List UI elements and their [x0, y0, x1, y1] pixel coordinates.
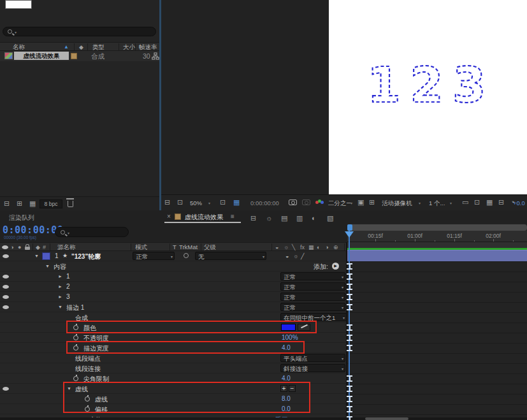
visibility-eye-icon[interactable] [3, 275, 9, 279]
timeline-row-2[interactable]: ►1正常▾ [0, 272, 347, 282]
adjustment-layer-icon[interactable]: ◑ [325, 244, 328, 250]
horizontal-scrollbar[interactable] [365, 417, 408, 420]
collapse-icon[interactable]: ☼ [284, 244, 289, 250]
grid-icon[interactable]: ▦ [486, 198, 493, 206]
stopwatch-icon[interactable] [73, 335, 78, 340]
playhead-marker[interactable] [345, 231, 354, 238]
value-dropdown[interactable]: 正常▾ [280, 303, 345, 311]
timeline-row-4[interactable]: ►3正常▾ [0, 292, 347, 302]
work-area-bar[interactable] [347, 224, 527, 231]
timeline-search-input[interactable]: ▾ [55, 227, 129, 237]
twirl-icon[interactable]: ▼ [58, 305, 62, 309]
timeline-row-10[interactable]: 线段端点平头端点▾ [0, 353, 347, 363]
project-item-row[interactable]: 虚线流动效果 合成 30 [0, 51, 159, 61]
trash-icon[interactable] [68, 201, 73, 207]
property-value[interactable]: 100% [282, 334, 298, 341]
interpret-footage-icon[interactable]: ⊟ [4, 199, 10, 208]
current-time-display[interactable]: 0:00:00:00 [3, 224, 63, 236]
zoom-level-dropdown[interactable]: 50% [190, 199, 202, 206]
project-search-input[interactable]: ▾ [3, 27, 156, 36]
new-folder-icon[interactable]: ⊞ [17, 199, 22, 208]
visibility-eye-icon[interactable] [3, 285, 9, 289]
new-composition-icon[interactable]: ▦ [29, 199, 36, 208]
visibility-eye-icon[interactable] [3, 254, 9, 258]
property-value[interactable]: 4.0 [282, 375, 291, 382]
fast-preview-icon[interactable]: ▣ [357, 198, 364, 206]
frame-blend-icon[interactable]: ▦ [308, 244, 314, 250]
audio-column-icon[interactable]: ◑ [10, 244, 13, 250]
shy-switch-icon[interactable]: ◒ [285, 253, 289, 259]
magnification-icon[interactable]: ⊡ [177, 198, 183, 206]
blend-mode-dropdown[interactable]: 正常▾ [133, 252, 175, 260]
lock-column-icon[interactable] [25, 247, 30, 250]
region-of-interest-icon[interactable]: ⊡ [220, 198, 226, 206]
frame-blend-icon[interactable]: ▥ [296, 214, 303, 222]
value-dropdown[interactable]: 正常▾ [280, 272, 345, 280]
comp-canvas[interactable]: 123 [329, 0, 527, 194]
column-trkmat[interactable]: TrkMat [179, 243, 198, 250]
bit-depth-button[interactable]: 8 bpc [40, 199, 62, 208]
quality-switch-icon[interactable]: ☼ [293, 253, 298, 259]
solo-column-icon[interactable]: ● [18, 244, 21, 250]
transparency-grid-icon[interactable]: ▦ [233, 198, 240, 206]
twirl-icon[interactable]: ► [58, 274, 62, 279]
fx-icon[interactable]: fx [300, 244, 305, 250]
layer-row[interactable]: ▼ 1 ★ "123"轮廓 正常▾ 无▾ ◒ ☼ ╱ [0, 251, 347, 261]
timeline-row-5[interactable]: ▼描边 1正常▾ [0, 302, 347, 312]
value-dropdown[interactable]: 正常▾ [280, 282, 345, 291]
resolution-dropdown[interactable]: 二分之一 [328, 199, 352, 208]
camera-view-dropdown[interactable]: 活动摄像机 [382, 199, 412, 208]
visibility-eye-icon[interactable] [3, 387, 9, 391]
twirl-icon[interactable]: ▼ [45, 264, 50, 268]
number-column-icon[interactable]: # [43, 244, 46, 250]
comp-mini-flowchart-icon[interactable]: ⊟ [250, 214, 256, 222]
always-preview-icon[interactable]: ⊟ [164, 198, 170, 206]
graph-editor-icon[interactable]: ▧ [327, 214, 333, 222]
exposure-value[interactable]: +0.0 [513, 199, 525, 206]
close-icon[interactable]: × [167, 213, 171, 220]
work-area-start-handle[interactable] [347, 224, 352, 231]
time-ruler[interactable]: 00:15f01:00f01:15f02:00f [347, 231, 527, 242]
value-dropdown[interactable]: 正常▾ [280, 293, 345, 301]
twirl-icon[interactable]: ► [58, 294, 62, 299]
sort-ascending-icon[interactable]: ▲ [64, 44, 69, 50]
label-column-icon[interactable]: ◆ [36, 244, 40, 250]
add-button-icon[interactable]: ▶ [332, 263, 339, 270]
parent-pickwhip-icon[interactable] [184, 253, 189, 258]
show-snapshot-icon[interactable] [302, 199, 310, 205]
shy-icon[interactable]: ◒ [275, 244, 278, 250]
visibility-eye-icon[interactable] [3, 295, 9, 299]
tab-composition[interactable]: 虚线流动效果 [185, 213, 223, 222]
timeline-row-11[interactable]: 线段连接斜接连接▾ [0, 363, 347, 373]
shy-layers-icon[interactable]: ▤ [281, 214, 287, 222]
timeline-row-1[interactable]: ▼内容添加:▶ [0, 261, 347, 272]
quality-icon[interactable]: ╲ [292, 244, 295, 250]
draft-3d-icon[interactable]: ☼ [266, 214, 272, 222]
twirl-icon[interactable]: ▼ [34, 254, 39, 258]
channel-blue-icon[interactable] [321, 201, 324, 204]
layer-duration-bar[interactable] [347, 250, 527, 261]
value-dropdown[interactable]: 斜接连接▾ [280, 364, 345, 372]
eye-column-icon[interactable] [2, 245, 8, 249]
visibility-eye-icon[interactable] [3, 305, 9, 309]
snapshot-camera-icon[interactable] [289, 199, 297, 205]
timeline-row-3[interactable]: ►2正常▾ [0, 282, 347, 292]
flowchart-icon[interactable]: ⊟ [498, 198, 504, 206]
label-color-swatch[interactable] [71, 53, 77, 59]
stopwatch-icon[interactable] [73, 376, 78, 381]
parent-dropdown[interactable]: 无▾ [195, 252, 266, 260]
mask-visibility-icon[interactable]: ⊡ [474, 198, 480, 206]
label-column-icon[interactable]: ◆ [79, 44, 83, 50]
title-action-safe-icon[interactable]: ▭ [462, 198, 468, 206]
layer-name[interactable]: "123"轮廓 [71, 252, 101, 261]
layer-color-swatch[interactable] [42, 252, 50, 260]
guides-icon[interactable]: ⊞ [369, 198, 375, 206]
motion-blur-icon[interactable]: ◐ [317, 244, 320, 250]
panel-menu-icon[interactable]: ≡ [231, 213, 235, 220]
tab-render-queue[interactable]: 渲染队列 [9, 214, 34, 222]
view-layout-dropdown[interactable]: 1 个... [429, 199, 445, 208]
column-t[interactable]: T [173, 243, 177, 250]
viewer-time-display[interactable]: 0:00:00:00 [250, 199, 279, 206]
value-dropdown[interactable]: 平头端点▾ [280, 354, 345, 362]
project-item-name[interactable]: 虚线流动效果 [14, 52, 69, 60]
